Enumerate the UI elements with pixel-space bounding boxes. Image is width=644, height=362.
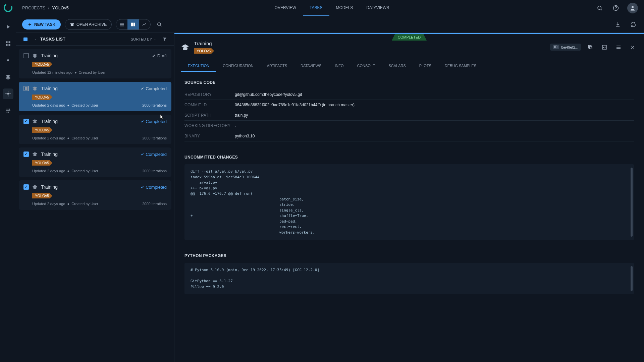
- svg-point-11: [632, 6, 634, 8]
- tasks-list-panel: TASKS LIST SORTED BY Training: [16, 33, 174, 362]
- checkbox[interactable]: [23, 152, 29, 157]
- menu-icon[interactable]: [614, 43, 623, 52]
- help-icon[interactable]: [611, 3, 621, 13]
- list-header-icon[interactable]: [21, 35, 30, 44]
- source-code-title: SOURCE CODE: [184, 80, 634, 85]
- breadcrumb-current: YOLOv5: [52, 5, 69, 10]
- breadcrumb-root[interactable]: PROJECTS: [22, 5, 45, 10]
- svg-point-6: [7, 93, 9, 95]
- task-list: Training Draft YOLOv5 Updated 12 minutes…: [16, 46, 174, 362]
- detail-tab-plots[interactable]: PLOTS: [413, 60, 438, 72]
- tab-models[interactable]: MODELS: [329, 0, 360, 16]
- avatar[interactable]: [627, 3, 638, 13]
- list-header: TASKS LIST SORTED BY: [16, 33, 174, 46]
- nav-settings-icon[interactable]: [3, 88, 13, 99]
- tab-dataviews[interactable]: DATAVIEWS: [360, 0, 396, 16]
- list-title: TASKS LIST: [40, 37, 65, 42]
- kv-key: REPOSITORY: [184, 89, 235, 100]
- task-name: Training: [41, 152, 58, 157]
- task-updated: Updated 12 minutes ago: [32, 70, 72, 74]
- diff-code-block[interactable]: diff --git a/val.py b/val.py index 599aa…: [184, 164, 634, 240]
- task-name: Training: [41, 184, 58, 190]
- task-tag: YOLOv5: [32, 127, 52, 133]
- detail-tab-artifacts[interactable]: ARTIFACTS: [260, 60, 294, 72]
- task-tag: YOLOv5: [32, 62, 52, 67]
- svg-point-5: [7, 59, 9, 61]
- detail-tab-debug[interactable]: DEBUG SAMPLES: [438, 60, 483, 72]
- checkbox[interactable]: [23, 119, 29, 124]
- id-value: f5e49ef2...: [561, 45, 578, 49]
- new-task-label: NEW TASK: [34, 22, 55, 27]
- detail-tab-configuration[interactable]: CONFIGURATION: [216, 60, 260, 72]
- graduation-icon: [32, 184, 38, 190]
- chevron-down-icon[interactable]: [34, 38, 37, 41]
- detail-panel: COMPLETED Training YOLOv5 ID f5e49ef2...: [174, 33, 644, 362]
- svg-rect-23: [602, 45, 606, 49]
- task-name: Training: [41, 53, 58, 58]
- refresh-icon[interactable]: [629, 20, 638, 29]
- task-status: Completed: [140, 119, 167, 124]
- nav-run-icon[interactable]: [3, 21, 13, 32]
- nav-layers-icon[interactable]: [3, 72, 13, 82]
- detail-tab-execution[interactable]: EXECUTION: [181, 60, 216, 72]
- view-chart-icon[interactable]: [139, 19, 150, 29]
- detail-title: Training: [194, 41, 214, 46]
- sorted-by-dropdown[interactable]: SORTED BY: [131, 37, 157, 41]
- id-label: ID: [553, 45, 559, 49]
- kv-val: git@github.com:thepycoder/yolov5.git: [235, 89, 634, 100]
- task-updated: Updated 2 days ago: [32, 103, 65, 107]
- nav-tune-icon[interactable]: [3, 105, 13, 116]
- detail-tab-info[interactable]: INFO: [328, 60, 350, 72]
- checkbox[interactable]: [23, 86, 29, 91]
- checkbox[interactable]: [23, 53, 29, 58]
- toolbar-search-icon[interactable]: [155, 20, 164, 29]
- svg-rect-22: [589, 45, 591, 48]
- task-status: Completed: [140, 152, 167, 157]
- graduation-icon: [32, 119, 38, 124]
- svg-rect-18: [133, 22, 135, 26]
- task-card[interactable]: Training Completed YOLOv5 Updated 2 days…: [19, 180, 171, 210]
- close-icon[interactable]: [628, 43, 637, 52]
- task-card[interactable]: Training Completed YOLOv5 Updated 2 days…: [19, 82, 171, 111]
- packages-code-block[interactable]: # Python 3.10.9 (main, Dec 19 2022, 17:3…: [184, 263, 634, 294]
- task-created: Created by User: [71, 103, 98, 107]
- detail-tab-console[interactable]: CONSOLE: [351, 60, 382, 72]
- copy-icon[interactable]: [586, 43, 595, 52]
- svg-rect-3: [6, 44, 7, 46]
- open-archive-button[interactable]: OPEN ARCHIVE: [65, 19, 112, 30]
- svg-rect-17: [131, 22, 133, 26]
- task-status: Completed: [140, 185, 167, 190]
- svg-rect-1: [6, 41, 7, 43]
- detail-body: SOURCE CODE REPOSITORYgit@github.com:the…: [174, 72, 644, 362]
- svg-rect-13: [71, 24, 73, 26]
- toolbar: NEW TASK OPEN ARCHIVE: [16, 16, 644, 33]
- nav-cloud-icon[interactable]: [3, 55, 13, 66]
- search-icon[interactable]: [595, 3, 604, 13]
- graduation-icon: [181, 43, 189, 51]
- topnav: OVERVIEW TASKS MODELS DATAVIEWS: [268, 0, 396, 16]
- view-split-icon[interactable]: [127, 19, 139, 29]
- detail-tab-scalars[interactable]: SCALARS: [382, 60, 412, 72]
- open-archive-label: OPEN ARCHIVE: [76, 22, 107, 27]
- filter-icon[interactable]: [160, 37, 169, 42]
- task-card[interactable]: Training Draft YOLOv5 Updated 12 minutes…: [19, 49, 171, 78]
- list-settings-icon[interactable]: [69, 35, 78, 44]
- nav-grid-icon[interactable]: [3, 38, 13, 49]
- detail-tab-dataviews[interactable]: DATAVIEWS: [294, 60, 328, 72]
- download-icon[interactable]: [613, 20, 623, 29]
- task-card[interactable]: Training Completed YOLOv5 Updated 2 days…: [19, 115, 171, 144]
- checkbox[interactable]: [23, 184, 29, 190]
- view-list-icon[interactable]: [116, 19, 127, 29]
- sorted-by-label: SORTED BY: [131, 37, 152, 41]
- tab-tasks[interactable]: TASKS: [303, 0, 329, 16]
- topbar: PROJECTS / YOLOv5 OVERVIEW TASKS MODELS …: [16, 0, 644, 16]
- task-card[interactable]: Training Completed YOLOv5 Updated 2 days…: [19, 147, 171, 177]
- task-tag: YOLOv5: [32, 160, 52, 166]
- image-icon[interactable]: [600, 43, 609, 52]
- id-chip[interactable]: ID f5e49ef2...: [550, 44, 581, 51]
- svg-rect-20: [23, 37, 28, 41]
- new-task-button[interactable]: NEW TASK: [22, 19, 61, 29]
- task-name: Training: [41, 119, 58, 124]
- status-badge: COMPLETED: [392, 34, 427, 41]
- tab-overview[interactable]: OVERVIEW: [268, 0, 303, 16]
